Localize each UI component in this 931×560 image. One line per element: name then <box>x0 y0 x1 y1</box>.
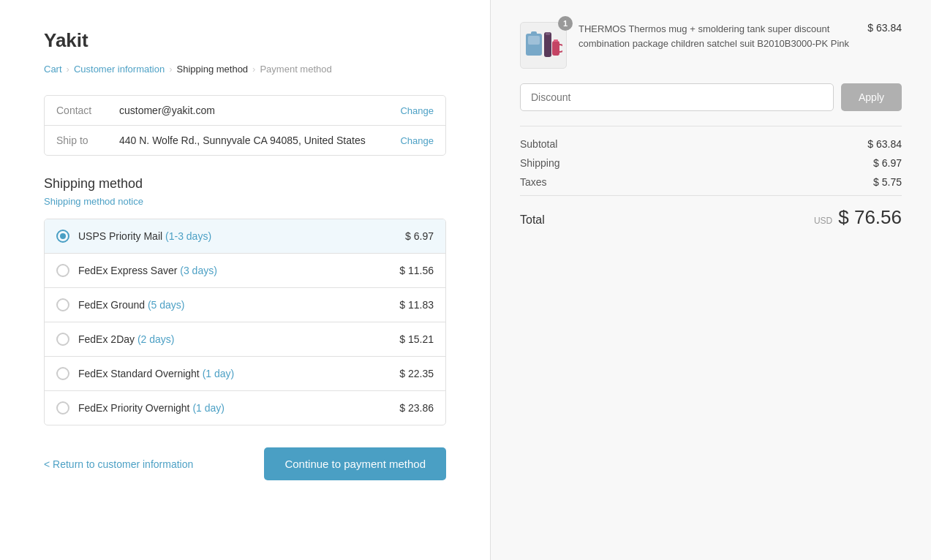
apply-button[interactable]: Apply <box>841 83 902 111</box>
left-panel: Yakit Cart › Customer information › Ship… <box>0 0 490 560</box>
svg-rect-3 <box>544 32 551 57</box>
subtotal-label: Subtotal <box>520 138 557 150</box>
contact-value: customer@yakit.com <box>119 105 388 116</box>
svg-rect-4 <box>546 32 550 35</box>
svg-rect-6 <box>554 39 558 42</box>
product-image <box>520 22 567 69</box>
radio-fedex-ground <box>56 298 69 311</box>
breadcrumb: Cart › Customer information › Shipping m… <box>44 64 446 75</box>
radio-fedex-2day <box>56 333 69 346</box>
ship-to-change-link[interactable]: Change <box>400 135 434 146</box>
radio-fedex-std-overnight <box>56 367 69 380</box>
option-days-fedex-2day: (2 days) <box>137 333 175 345</box>
discount-input[interactable] <box>520 83 834 111</box>
shipping-option-fedex-2day[interactable]: FedEx 2Day (2 days) $ 15.21 <box>45 322 445 356</box>
radio-usps <box>56 230 69 243</box>
svg-rect-2 <box>531 31 537 36</box>
taxes-label: Taxes <box>520 176 547 188</box>
shipping-option-fedex-express[interactable]: FedEx Express Saver (3 days) $ 11.56 <box>45 253 445 287</box>
product-name: THERMOS Thermos mug + smoldering tank su… <box>578 22 856 50</box>
svg-rect-1 <box>528 36 540 45</box>
option-days-fedex-ground: (5 days) <box>148 299 185 311</box>
svg-rect-5 <box>552 41 559 56</box>
option-days-usps: (1-3 days) <box>165 230 211 242</box>
option-label-fedex-2day: FedEx 2Day (2 days) <box>78 333 391 345</box>
breadcrumb-cart[interactable]: Cart <box>44 64 62 75</box>
taxes-value: $ 5.75 <box>873 176 902 188</box>
continue-button[interactable]: Continue to payment method <box>264 447 446 480</box>
contact-row: Contact customer@yakit.com Change <box>45 96 445 125</box>
product-image-wrap: 1 <box>520 22 567 69</box>
option-days-fedex-std-overnight: (1 day) <box>203 368 235 379</box>
shipping-label: Shipping <box>520 157 560 169</box>
shipping-option-fedex-priority-overnight[interactable]: FedEx Priority Overnight (1 day) $ 23.86 <box>45 390 445 425</box>
product-image-svg <box>524 26 562 64</box>
option-label-usps: USPS Priority Mail (1-3 days) <box>78 230 396 242</box>
option-label-fedex-std-overnight: FedEx Standard Overnight (1 day) <box>78 368 391 379</box>
right-panel: 1 THERMOS Thermos mug + smoldering tank … <box>491 0 931 560</box>
breadcrumb-sep-3: › <box>252 64 255 75</box>
option-price-usps: $ 6.97 <box>405 230 434 242</box>
shipping-section-notice: Shipping method notice <box>44 196 446 207</box>
shipping-section-title: Shipping method <box>44 176 446 192</box>
total-currency: USD <box>814 216 832 226</box>
option-price-fedex-2day: $ 15.21 <box>399 333 434 345</box>
breadcrumb-payment-method: Payment method <box>260 64 331 75</box>
option-label-fedex-priority-overnight: FedEx Priority Overnight (1 day) <box>78 402 391 414</box>
contact-label: Contact <box>56 105 108 116</box>
footer-actions: < Return to customer information Continu… <box>44 447 446 480</box>
option-price-fedex-std-overnight: $ 22.35 <box>399 368 434 379</box>
radio-fedex-priority-overnight <box>56 401 69 415</box>
shipping-value: $ 6.97 <box>873 157 902 169</box>
product-item: 1 THERMOS Thermos mug + smoldering tank … <box>520 22 902 69</box>
option-days-fedex-express: (3 days) <box>180 265 217 276</box>
app-logo: Yakit <box>44 29 446 52</box>
radio-fedex-express <box>56 264 69 277</box>
ship-to-label: Ship to <box>56 135 108 146</box>
shipping-row: Shipping $ 6.97 <box>520 157 902 169</box>
total-price-wrap: USD $ 76.56 <box>814 206 902 229</box>
ship-to-row: Ship to 440 N. Wolfe Rd., Sunnyvale CA 9… <box>45 125 445 155</box>
option-label-fedex-ground: FedEx Ground (5 days) <box>78 299 391 311</box>
discount-row: Apply <box>520 83 902 111</box>
product-price: $ 63.84 <box>867 22 902 34</box>
breadcrumb-shipping-method: Shipping method <box>177 64 249 75</box>
shipping-option-fedex-ground[interactable]: FedEx Ground (5 days) $ 11.83 <box>45 287 445 322</box>
taxes-row: Taxes $ 5.75 <box>520 176 902 188</box>
option-price-fedex-express: $ 11.56 <box>399 265 434 276</box>
product-quantity-badge: 1 <box>558 16 573 31</box>
price-summary: Subtotal $ 63.84 Shipping $ 6.97 Taxes $… <box>520 126 902 229</box>
breadcrumb-sep-1: › <box>67 64 69 75</box>
shipping-option-usps[interactable]: USPS Priority Mail (1-3 days) $ 6.97 <box>45 219 445 253</box>
ship-to-value: 440 N. Wolfe Rd., Sunnyvale CA 94085, Un… <box>119 135 388 146</box>
subtotal-value: $ 63.84 <box>867 138 902 150</box>
subtotal-row: Subtotal $ 63.84 <box>520 138 902 150</box>
option-price-fedex-ground: $ 11.83 <box>399 299 434 311</box>
option-price-fedex-priority-overnight: $ 23.86 <box>399 402 434 414</box>
breadcrumb-sep-2: › <box>169 64 172 75</box>
total-row: Total USD $ 76.56 <box>520 195 902 229</box>
breadcrumb-customer-info[interactable]: Customer information <box>74 64 165 75</box>
shipping-option-fedex-std-overnight[interactable]: FedEx Standard Overnight (1 day) $ 22.35 <box>45 356 445 390</box>
total-amount: $ 76.56 <box>838 206 902 229</box>
option-days-fedex-priority-overnight: (1 day) <box>192 402 225 414</box>
info-box: Contact customer@yakit.com Change Ship t… <box>44 95 446 156</box>
return-link[interactable]: < Return to customer information <box>44 458 193 470</box>
contact-change-link[interactable]: Change <box>400 105 434 116</box>
total-label: Total <box>520 213 545 227</box>
option-label-fedex-express: FedEx Express Saver (3 days) <box>78 265 391 276</box>
shipping-options-list: USPS Priority Mail (1-3 days) $ 6.97 Fed… <box>44 219 446 425</box>
